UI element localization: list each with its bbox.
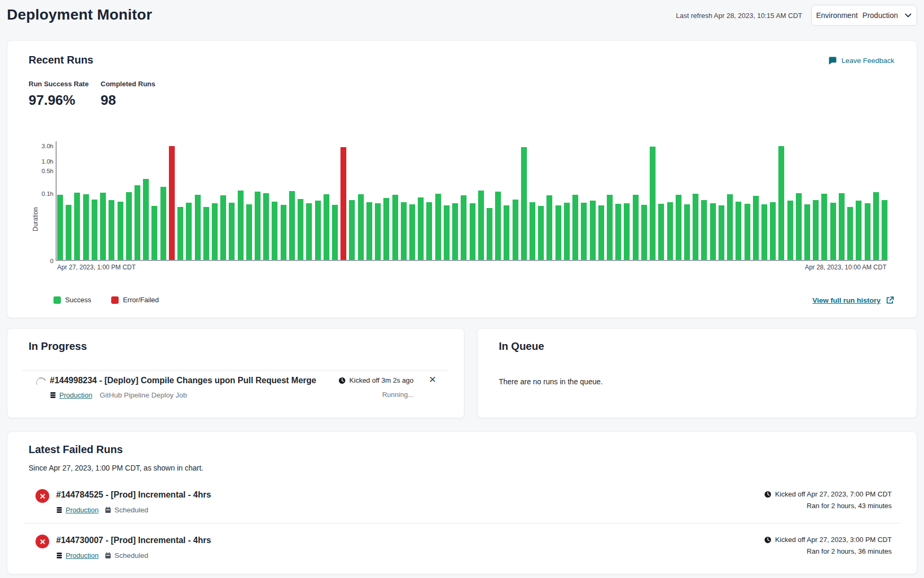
chart-bar-success[interactable] [366,202,372,260]
chart-bar-success[interactable] [538,206,544,260]
chart-bar-success[interactable] [229,203,235,260]
environment-link[interactable]: Production [56,552,98,559]
chart-bar-success[interactable] [684,204,690,260]
chart-bar-success[interactable] [383,198,389,260]
chart-bar-success[interactable] [470,203,476,260]
chart-bar-success[interactable] [813,200,819,260]
chart-bar-success[interactable] [401,202,407,260]
chart-bar-success[interactable] [753,196,759,260]
chart-bar-success[interactable] [667,202,673,260]
close-icon[interactable]: ✕ [429,375,436,384]
chart-bar-success[interactable] [856,201,862,260]
chart-bar-success[interactable] [426,202,432,260]
chart-bar-success[interactable] [324,194,329,260]
chart-bar-success[interactable] [281,205,286,260]
chart-bar-success[interactable] [615,204,621,260]
chart-bar-success[interactable] [555,205,561,260]
chart-bar-success[interactable] [195,195,201,260]
chart-bar-success[interactable] [349,200,355,260]
chart-bar-success[interactable] [100,193,106,260]
chart-bar-success[interactable] [504,205,509,260]
chart-bar-success[interactable] [435,194,441,260]
chart-bar-success[interactable] [143,179,149,260]
chart-bar-success[interactable] [246,204,252,260]
chart-bar-success[interactable] [306,203,312,260]
environment-dropdown[interactable]: Environment Production [811,5,917,26]
chart-bar-success[interactable] [461,195,467,260]
chart-bar-success[interactable] [607,195,613,260]
chart-bar-success[interactable] [392,195,398,260]
chart-bar-success[interactable] [572,195,578,260]
chart-bar-success[interactable] [796,193,802,260]
chart-bar-success[interactable] [830,203,836,260]
chart-bar-success[interactable] [487,208,492,260]
chart-bar-success[interactable] [203,207,209,260]
chart-bar-success[interactable] [590,201,596,260]
chart-bar-success[interactable] [624,203,630,260]
chart-bar-success[interactable] [633,195,639,260]
chart-bar-success[interactable] [83,194,89,260]
chart-bar-success[interactable] [298,199,303,260]
chart-bar-success[interactable] [719,205,724,260]
chart-bar-success[interactable] [186,203,192,260]
chart-bar-success[interactable] [92,200,97,260]
chart-bar-success[interactable] [598,205,604,260]
chart-bar-success[interactable] [727,194,733,260]
chart-bar-success[interactable] [658,204,664,260]
chart-bar-success[interactable] [676,195,681,260]
chart-bar-success[interactable] [418,197,424,260]
chart-bar-success[interactable] [530,202,535,260]
chart-bar-success[interactable] [770,202,776,260]
chart-bar-success[interactable] [74,193,80,260]
chart-bar-success[interactable] [220,195,226,260]
chart-bar-success[interactable] [452,203,458,260]
chart-plot[interactable] [57,138,887,260]
chart-bar-success[interactable] [804,204,810,260]
chart-bar-success[interactable] [177,207,183,260]
leave-feedback-button[interactable]: Leave Feedback [828,56,894,65]
chart-bar-success[interactable] [693,194,698,260]
chart-bar-success[interactable] [151,206,157,260]
chart-bar-success[interactable] [289,191,295,260]
chart-bar-success[interactable] [109,200,114,260]
chart-bar-success[interactable] [409,204,415,260]
chart-bar-success[interactable] [546,195,552,260]
chart-bar-success[interactable] [564,203,570,260]
chart-bar-success[interactable] [710,203,716,260]
chart-bar-success[interactable] [839,193,845,260]
chart-bar-success[interactable] [263,193,269,260]
chart-bar-success[interactable] [126,192,132,260]
chart-bar-success[interactable] [847,207,853,260]
view-full-run-history-link[interactable]: View full run history [812,296,894,305]
chart-bar-success[interactable] [272,202,277,260]
chart-bar-success[interactable] [873,192,879,260]
environment-link[interactable]: Production [50,391,92,399]
chart-bar-success[interactable] [332,205,338,260]
chart-bar-success[interactable] [134,185,140,260]
chart-bar-success[interactable] [255,192,261,260]
chart-bar-success[interactable] [315,201,321,260]
chart-bar-success[interactable] [650,147,656,260]
chart-bar-success[interactable] [787,201,793,260]
chart-bar-success[interactable] [444,205,450,260]
environment-link[interactable]: Production [56,506,98,514]
chart-bar-success[interactable] [701,200,707,260]
chart-bar-success[interactable] [358,194,364,260]
chart-bar-success[interactable] [865,203,871,260]
chart-bar-success[interactable] [735,202,741,260]
chart-bar-success[interactable] [761,204,767,260]
chart-bar-success[interactable] [744,204,750,260]
chart-bar-success[interactable] [160,187,166,260]
chart-bar-success[interactable] [778,146,784,260]
chart-bar-success[interactable] [66,205,71,260]
chart-bar-success[interactable] [238,191,244,260]
chart-bar-success[interactable] [641,205,647,260]
chart-bar-success[interactable] [375,203,381,260]
chart-bar-success[interactable] [882,200,887,260]
chart-bar-success[interactable] [495,192,501,260]
chart-bar-success[interactable] [478,191,484,260]
chart-bar-success[interactable] [521,147,527,260]
chart-bar-failed[interactable] [169,146,175,260]
chart-bar-failed[interactable] [340,147,346,260]
chart-bar-success[interactable] [821,194,827,260]
